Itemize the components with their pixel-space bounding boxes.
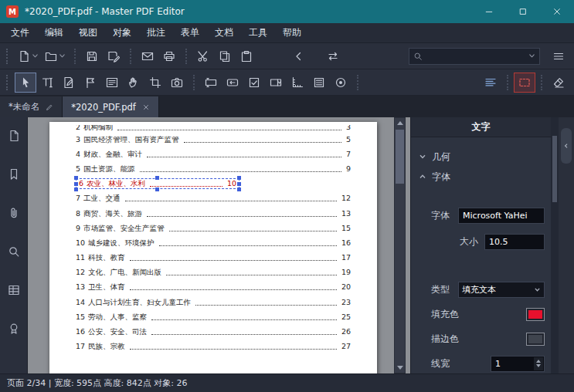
print-button[interactable] (158, 46, 180, 66)
sidebar-item-bookmarks[interactable] (1, 159, 27, 190)
edit-document-tool-button[interactable] (58, 73, 80, 93)
eraser-tool-button[interactable] (548, 73, 569, 93)
minimize-button[interactable] (472, 0, 506, 23)
align-tool-button[interactable] (480, 73, 501, 93)
scrollbar-thumb[interactable] (396, 130, 404, 184)
maximize-button[interactable] (506, 0, 540, 23)
toc-entry[interactable]: 11 科技、教育 17 (76, 251, 351, 265)
selection-handle[interactable] (155, 188, 159, 191)
text-field-tool-button[interactable] (200, 73, 222, 93)
toc-entry[interactable]: 17 民族、宗教 27 (76, 340, 351, 354)
page-arrange-button[interactable] (322, 46, 344, 66)
sidebar-item-thumbnails[interactable] (1, 120, 27, 151)
line-width-input[interactable]: 1 (491, 356, 545, 372)
selection-handle[interactable] (155, 176, 159, 180)
font-size-input[interactable]: 10.5 (484, 234, 545, 250)
sidebar-item-signatures[interactable] (1, 313, 27, 344)
chevron-down-icon[interactable] (528, 52, 535, 59)
scroll-down-button[interactable] (395, 363, 405, 373)
menu-item[interactable]: 文件 (3, 23, 37, 42)
cut-button[interactable] (192, 46, 214, 66)
snapshot-tool-button[interactable] (166, 73, 188, 93)
menu-item[interactable]: 表单 (173, 23, 207, 42)
font-family-input[interactable]: Microsoft YaHei (458, 208, 545, 224)
toc-number: 4 (76, 150, 80, 159)
toc-entry[interactable]: 9 市场监管、安全生产监管 15 (76, 221, 351, 235)
fill-color-swatch[interactable] (526, 308, 545, 321)
checkbox-tool-button[interactable] (243, 73, 265, 93)
toolbar-menu-button[interactable] (548, 46, 569, 66)
menu-item[interactable]: 编辑 (37, 23, 71, 42)
paste-button[interactable] (236, 46, 257, 66)
sidebar-item-search[interactable] (1, 236, 27, 267)
form-editor-button[interactable] (101, 73, 123, 93)
toc-entry[interactable]: 15 劳动、人事、监察 25 (76, 309, 351, 324)
vertical-scrollbar[interactable] (394, 117, 406, 373)
selection-handle[interactable] (237, 188, 241, 191)
radio-button-tool-button[interactable] (330, 73, 352, 93)
panel-scrollbar[interactable] (551, 117, 559, 373)
document-tab[interactable]: *未命名 (0, 96, 63, 117)
toc-entry[interactable]: 3 国民经济管理、国有资产监管 5 (76, 132, 351, 147)
toc-entry[interactable]: 8 商贸、海关、旅游 13 (76, 206, 351, 221)
type-combobox[interactable]: 填充文本 (458, 282, 545, 298)
toc-number: 13 (76, 282, 85, 292)
undo-button[interactable] (288, 46, 310, 66)
copy-button[interactable] (214, 46, 236, 66)
stroke-color-swatch[interactable] (526, 333, 545, 346)
search-box[interactable] (409, 48, 540, 65)
crop-tool-button[interactable] (144, 73, 166, 93)
save-as-button[interactable] (103, 46, 124, 66)
sidebar-item-forms[interactable] (1, 275, 27, 306)
annotation-rect-tool-button[interactable] (514, 73, 535, 93)
object-select-tool-button[interactable] (80, 73, 101, 93)
toc-entry[interactable]: 12 文化、广电、新闻出版 19 (76, 265, 351, 280)
close-tab-icon[interactable] (142, 103, 150, 111)
select-tool-button[interactable] (15, 73, 36, 93)
new-document-button[interactable] (15, 46, 42, 66)
open-document-button[interactable] (42, 46, 69, 66)
scroll-up-button[interactable] (395, 118, 405, 128)
search-input[interactable] (426, 51, 525, 62)
panel-collapse-handle[interactable] (561, 128, 572, 164)
measure-tool-button[interactable] (287, 73, 308, 93)
toc-entry[interactable]: 6 农业、林业、水利 10 (76, 177, 351, 191)
menu-item[interactable]: 对象 (105, 23, 139, 42)
selection-handle[interactable] (74, 182, 78, 186)
toolbar-drag-handle[interactable] (6, 75, 10, 90)
chevron-down-icon (419, 153, 426, 161)
section-font[interactable]: 字体 (411, 167, 551, 187)
section-geometry[interactable]: 几何 (411, 147, 551, 167)
spinner-buttons[interactable] (534, 357, 543, 370)
toc-entry[interactable]: 2 机构编制 3 (76, 125, 351, 132)
menu-item[interactable]: 文档 (207, 23, 241, 42)
close-button[interactable] (540, 0, 574, 23)
selection-handle[interactable] (74, 176, 78, 180)
sidebar-item-attachments[interactable] (1, 198, 27, 228)
edit-text-tool-button[interactable] (36, 73, 58, 93)
toc-entry[interactable]: 16 公安、安全、司法 26 (76, 324, 351, 339)
save-button[interactable] (81, 46, 103, 66)
selection-handle[interactable] (74, 188, 78, 191)
selection-handle[interactable] (237, 176, 241, 180)
push-button-tool-button[interactable] (222, 73, 243, 93)
menu-item[interactable]: 工具 (241, 23, 275, 42)
menu-item[interactable]: 帮助 (275, 23, 309, 42)
toolbar-drag-handle[interactable] (6, 49, 10, 64)
toc-entry[interactable]: 4 财政、金融、审计 7 (76, 147, 351, 161)
toc-entry[interactable]: 13 卫生、体育 20 (76, 280, 351, 295)
toc-leader-dots (169, 231, 337, 231)
toc-entry[interactable]: 5 国土资源、能源 9 (76, 161, 351, 176)
toc-entry[interactable]: 10 城乡建设、环境保护 16 (76, 235, 351, 250)
menu-item[interactable]: 视图 (71, 23, 105, 42)
selection-handle[interactable] (237, 182, 241, 186)
toc-entry[interactable]: 7 工业、交通 12 (76, 191, 351, 206)
combo-box-tool-button[interactable] (265, 73, 287, 93)
email-button[interactable] (137, 46, 158, 66)
menu-item[interactable]: 批注 (139, 23, 173, 42)
panel-scrollbar-thumb[interactable] (552, 136, 557, 202)
hand-tool-button[interactable] (123, 73, 144, 93)
list-box-tool-button[interactable] (308, 73, 330, 93)
toc-entry[interactable]: 14 人口与计划生育、妇女儿童工作 23 (76, 295, 351, 309)
document-tab[interactable]: *2020_PDF.pdf (63, 96, 159, 117)
